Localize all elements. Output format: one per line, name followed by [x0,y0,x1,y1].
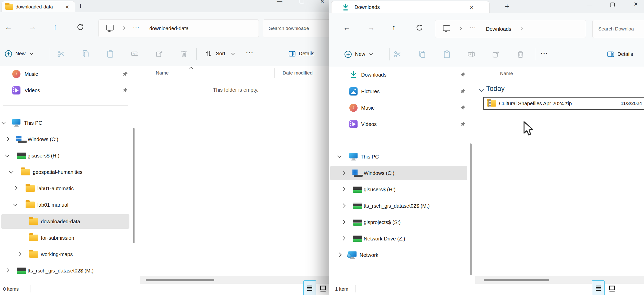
sidebar-item-working-maps[interactable]: working-maps [0,247,130,262]
sidebar-scrollbar[interactable] [470,143,472,275]
chevron-right-icon[interactable] [17,252,21,256]
right-address-bar[interactable]: ··· Downloads [435,20,586,38]
new-tab-icon[interactable]: + [78,2,83,10]
chevron-down-icon[interactable] [5,153,9,157]
thumbnail-view-toggle[interactable] [606,281,618,295]
horizontal-scrollbar[interactable] [140,276,331,284]
chevron-down-icon[interactable] [2,120,6,124]
details-pane-icon[interactable] [607,50,615,58]
this-pc-breadcrumb-icon[interactable] [443,25,450,31]
close-tab-icon[interactable]: × [65,3,69,11]
maximize-icon[interactable] [300,0,304,4]
sidebar-item-windows-c[interactable]: Windows (C:) [0,132,130,147]
sidebar-item-gisusers-h[interactable]: gisusers$ (H:) [329,182,468,197]
maximize-icon[interactable] [610,3,615,8]
new-button[interactable]: New [15,51,26,57]
sidebar-item-tts-rsch-m[interactable]: tts_rsch_gis_dataset02$ (M:) [329,198,468,213]
details-button[interactable]: Details [617,51,633,57]
more-options-button[interactable]: ··· [541,50,548,57]
sidebar-item-pictures[interactable]: Pictures [329,84,468,99]
back-icon[interactable]: ← [343,24,351,31]
breadcrumb-chevron-icon[interactable] [519,27,523,30]
sidebar-item-lab01-automatic[interactable]: lab01-automatic [0,181,130,196]
sidebar-item-lab01-manual[interactable]: lab01-manual [0,197,130,212]
breadcrumb-ellipsis[interactable]: ··· [133,24,139,30]
column-header-date-modified[interactable]: Date modified [283,70,313,76]
sidebar-item-gisprojects-s[interactable]: gisprojects$ (S:) [329,215,468,230]
left-address-bar[interactable]: ··· downloaded-data [98,19,259,37]
sidebar-item-downloads[interactable]: Downloads [329,67,468,82]
chevron-right-icon[interactable] [5,268,9,272]
new-tab-icon[interactable]: + [505,2,509,11]
up-icon[interactable]: ↑ [53,23,57,31]
sidebar-item-network-drive-z[interactable]: Network Drive (Z:) [329,231,468,246]
chevron-right-icon[interactable] [337,252,342,257]
chevron-down-icon[interactable] [9,169,14,174]
chevron-down-icon[interactable] [337,154,342,158]
this-pc-breadcrumb-icon[interactable] [106,25,114,30]
refresh-icon[interactable] [76,23,84,31]
sidebar-item-downloaded-data[interactable]: downloaded-data [0,214,130,229]
group-header-today[interactable]: Today [486,85,505,93]
sidebar-item-network[interactable]: Network [329,248,468,262]
chevron-right-icon[interactable] [13,186,18,190]
chevron-right-icon[interactable] [341,187,346,191]
horizontal-scrollbar-thumb[interactable] [146,279,214,281]
new-dropdown-chevron-icon[interactable] [369,52,373,55]
breadcrumb-chevron-icon[interactable] [458,27,462,30]
new-icon[interactable] [344,50,352,59]
minimize-icon[interactable]: — [587,2,592,8]
chevron-down-icon[interactable] [13,202,18,206]
sidebar-item-geospatial-humanities[interactable]: geospatial-humanities [0,165,130,180]
forward-icon[interactable]: → [367,24,375,31]
details-pane-icon[interactable] [288,50,296,58]
group-collapse-chevron-icon[interactable] [479,87,484,92]
chevron-right-icon[interactable] [341,236,346,240]
chevron-right-icon[interactable] [341,220,346,224]
sort-dropdown-chevron-icon[interactable] [231,51,235,55]
details-button[interactable]: Details [299,51,314,57]
close-window-icon[interactable]: × [634,1,638,7]
more-options-button[interactable]: ··· [246,49,254,56]
sidebar-item-for-submission[interactable]: for-submission [0,230,130,245]
sidebar-item-windows-c[interactable]: Windows (C:) [329,166,468,181]
breadcrumb-path[interactable]: Downloads [486,26,511,32]
breadcrumb-path[interactable]: downloaded-data [149,26,188,31]
minimize-icon[interactable]: — [277,0,282,4]
column-divider[interactable] [274,68,275,78]
new-dropdown-chevron-icon[interactable] [30,51,33,55]
horizontal-scrollbar[interactable] [475,276,644,284]
sidebar-item-music[interactable]: Music [329,100,468,115]
column-header-name[interactable]: Name [156,70,169,76]
new-button[interactable]: New [355,51,365,57]
right-tab-downloads[interactable]: Downloads × [331,1,490,13]
details-view-toggle[interactable] [303,280,316,295]
sidebar-scrollbar[interactable] [133,128,135,243]
up-icon[interactable]: ↑ [392,24,396,31]
sidebar-item-this-pc[interactable]: This PC [0,115,130,130]
refresh-icon[interactable] [415,24,424,32]
right-search-box[interactable]: Search Downloa [592,20,644,38]
sidebar-item-tts-rsch-m[interactable]: tts_rsch_gis_dataset02$ (M:) [0,263,130,278]
sort-icon[interactable] [204,49,213,58]
new-icon[interactable] [4,49,13,58]
chevron-right-icon[interactable] [341,203,346,208]
sidebar-item-videos[interactable]: Videos [0,83,130,98]
back-icon[interactable]: ← [5,23,12,31]
close-tab-icon[interactable]: × [470,3,473,11]
left-search-box[interactable]: Search downloade [263,19,330,37]
close-window-icon[interactable]: × [320,0,324,4]
details-view-toggle[interactable] [592,280,605,295]
breadcrumb-ellipsis[interactable]: ··· [470,24,476,31]
sidebar-item-music[interactable]: Music [0,67,130,81]
column-header-name[interactable]: Name [500,71,513,76]
chevron-right-icon[interactable] [5,137,9,141]
thumbnail-view-toggle[interactable] [317,281,329,295]
sidebar-item-gisusers-h[interactable]: gisusers$ (H:) [0,148,130,163]
sidebar-item-videos[interactable]: Videos [329,117,468,132]
breadcrumb-chevron-icon[interactable] [122,26,125,30]
sidebar-item-this-pc[interactable]: This PC [329,149,468,164]
file-row[interactable]: Cultural Shapefiles Apr 2024.zip 11/3/20… [483,97,644,110]
horizontal-scrollbar-thumb[interactable] [484,279,549,281]
chevron-right-icon[interactable] [341,171,346,175]
